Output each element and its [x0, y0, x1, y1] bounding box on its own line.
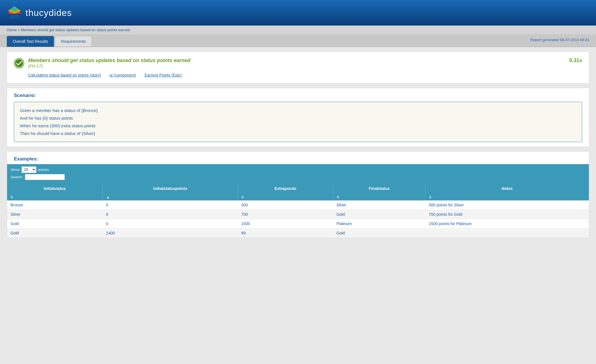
report-date: Report generated 08-07-2014 08:24: [530, 38, 589, 44]
show-entries-row: Show 25 10 50 100 entries: [11, 166, 585, 173]
story-title-block: Members should get status updates based …: [28, 58, 190, 68]
cell-extrapoints-3: 99: [238, 228, 333, 238]
table-sort-row: ⇅ ▲ ⇅ ⇅ ⇅: [7, 194, 589, 200]
cell-finalstatus-0: Silver: [333, 200, 425, 210]
show-label: Show: [11, 168, 20, 172]
cell-initialstatuspoints-0: 0: [103, 200, 238, 210]
tabs-bar: Overall Test Results Requirements Report…: [0, 34, 596, 47]
col-header-initialstatuspoints[interactable]: Initialstatuspoints: [103, 183, 238, 194]
breadcrumb-home[interactable]: Home: [7, 28, 17, 32]
table-row: Gold140099Gold: [7, 228, 589, 238]
entries-label: entries: [38, 168, 49, 172]
col-header-extrapoints[interactable]: Extrapoints: [238, 183, 333, 194]
cell-extrapoints-1: 700: [238, 210, 333, 219]
cell-initialstatus-1: Silver: [7, 210, 103, 219]
cell-initialstatus-3: Gold: [7, 228, 103, 238]
sort-extrapoints[interactable]: ⇅: [238, 194, 333, 200]
breadcrumb-current: Members should get status updates based …: [21, 28, 130, 32]
examples-section: Examples: Show 25 10 50 100 entries Sear…: [7, 151, 589, 238]
cell-notes-0: 300 points for Silver: [425, 200, 589, 210]
breadcrumb: Home > Members should get status updates…: [0, 26, 596, 34]
story-id: (FH-17): [28, 64, 190, 68]
story-tag-2[interactable]: Earning Points (Epic): [144, 73, 182, 77]
sort-initialstatuspoints[interactable]: ▲: [103, 194, 238, 200]
sort-arrow-finalstatus: ⇅: [337, 195, 339, 199]
table-row: Silver0700Gold700 points for Gold: [7, 210, 589, 219]
cell-notes-3: [425, 228, 589, 238]
cell-extrapoints-2: 1500: [238, 219, 333, 228]
table-controls: Show 25 10 50 100 entries Search:: [7, 164, 589, 183]
main-content: Members should get status updates based …: [0, 47, 596, 247]
cell-extrapoints-0: 300: [238, 200, 333, 210]
cell-notes-1: 700 points for Gold: [425, 210, 589, 219]
show-entries-select[interactable]: 25 10 50 100: [22, 166, 36, 173]
search-row: Search:: [11, 174, 585, 180]
logo-container: thucydides: [7, 5, 72, 20]
logo-icon: [7, 5, 22, 20]
scenario-line-0: Given a member has a status of {Bronze}: [20, 107, 576, 114]
scenario-box: Given a member has a status of {Bronze} …: [14, 102, 582, 142]
cell-finalstatus-2: Platinum: [333, 219, 425, 228]
sort-arrow-notes: ⇅: [429, 195, 432, 199]
table-header-row: Initialstatus Initialstatuspoints Extrap…: [7, 183, 589, 194]
sort-arrow-extrapoints: ⇅: [241, 195, 244, 199]
cell-finalstatus-3: Gold: [333, 228, 425, 238]
breadcrumb-separator: >: [18, 28, 21, 32]
col-header-initialstatus[interactable]: Initialstatus: [7, 183, 103, 194]
cell-finalstatus-1: Gold: [333, 210, 425, 219]
cell-initialstatuspoints-2: 0: [103, 219, 238, 228]
story-card: Members should get status updates based …: [7, 52, 589, 83]
table-row: Gold01500Platinum1500 points for Platinu…: [7, 219, 589, 228]
tab-overall-test-results[interactable]: Overall Test Results: [7, 36, 54, 47]
sort-notes[interactable]: ⇅: [425, 194, 589, 200]
search-input[interactable]: [25, 174, 65, 180]
examples-table: Initialstatus Initialstatuspoints Extrap…: [7, 183, 589, 238]
scenario-section: Scenario: Given a member has a status of…: [7, 88, 589, 147]
table-body: Bronze0300Silver300 points for SilverSil…: [7, 200, 589, 238]
sort-arrow-initialstatuspoints: ▲: [106, 195, 110, 199]
scenario-line-1: And he has {0} status points: [20, 114, 576, 122]
cell-initialstatuspoints-3: 1400: [103, 228, 238, 238]
cell-notes-2: 1500 points for Platinum: [425, 219, 589, 228]
story-header: Members should get status updates based …: [14, 58, 582, 68]
story-tags: Calculating status based on points (stor…: [14, 73, 582, 77]
story-tag-0[interactable]: Calculating status based on points (stor…: [28, 73, 101, 77]
check-icon: [14, 58, 24, 68]
story-title-group: Members should get status updates based …: [14, 58, 190, 68]
scenario-line-3: Then he should have a status of {Silver}: [20, 130, 576, 137]
cell-initialstatuspoints-1: 0: [103, 210, 238, 219]
col-header-finalstatus[interactable]: Finalstatus: [333, 183, 425, 194]
logo-text: thucydides: [26, 8, 72, 18]
sort-finalstatus[interactable]: ⇅: [333, 194, 425, 200]
cell-initialstatus-0: Bronze: [7, 200, 103, 210]
scenario-line-2: When he earns {300} extra status points: [20, 122, 576, 130]
examples-label: Examples:: [7, 152, 589, 164]
col-header-notes[interactable]: Notes: [425, 183, 589, 194]
scenario-label: Scenario:: [14, 93, 582, 98]
sort-initialstatus[interactable]: ⇅: [7, 194, 103, 200]
search-label: Search:: [11, 175, 23, 179]
story-title: Members should get status updates based …: [28, 58, 190, 64]
table-row: Bronze0300Silver300 points for Silver: [7, 200, 589, 210]
header: thucydides: [0, 0, 596, 26]
story-duration: 0.31s: [569, 58, 582, 64]
sort-arrow-initialstatus: ⇅: [11, 195, 13, 199]
tab-requirements[interactable]: Requirements: [55, 36, 92, 47]
story-tag-1[interactable]: ui (component): [110, 73, 136, 77]
cell-initialstatus-2: Gold: [7, 219, 103, 228]
